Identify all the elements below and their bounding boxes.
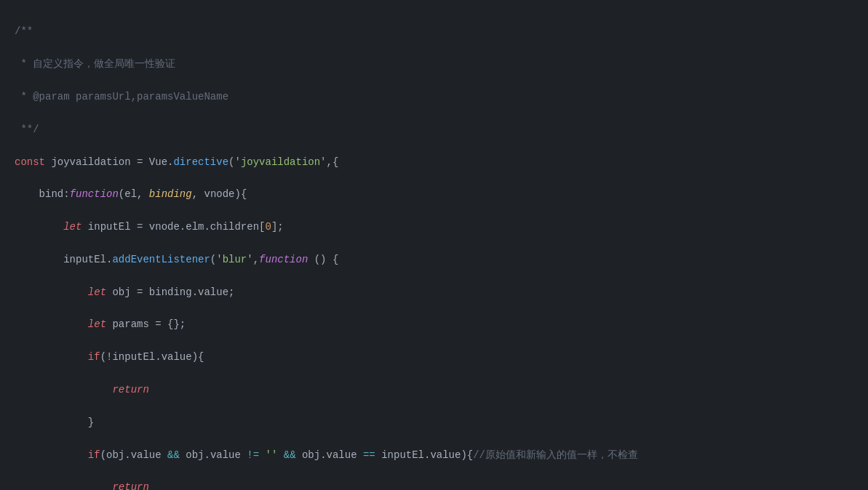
code-line: /** <box>15 23 853 39</box>
code-line: let inputEl = vnode.elm.children[0]; <box>15 219 853 235</box>
code-line: } <box>15 414 853 430</box>
code-line: **/ <box>15 121 853 137</box>
code-line: return <box>15 382 853 398</box>
code-editor: /** * 自定义指令，做全局唯一性验证 * @param paramsUrl,… <box>0 0 868 490</box>
code-line: if(obj.value && obj.value != '' && obj.v… <box>15 447 853 463</box>
code-line: let obj = binding.value; <box>15 284 853 300</box>
code-line: bind:function(el, binding, vnode){ <box>15 186 853 202</box>
code-line: * 自定义指令，做全局唯一性验证 <box>15 56 853 72</box>
code-line: return <box>15 479 853 490</box>
code-line: * @param paramsUrl,paramsValueName <box>15 89 853 105</box>
code-line: if(!inputEl.value){ <box>15 349 853 365</box>
code-line: inputEl.addEventListener('blur',function… <box>15 252 853 268</box>
code-line: let params = {}; <box>15 316 853 332</box>
code-line: const joyvaildation = Vue.directive('joy… <box>15 154 853 170</box>
